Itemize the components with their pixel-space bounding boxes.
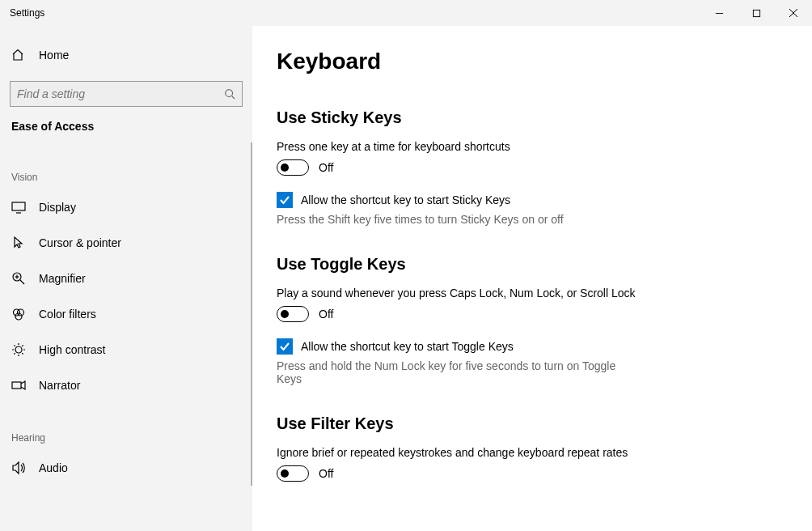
svg-line-23	[22, 345, 23, 346]
svg-point-13	[18, 309, 24, 316]
sidebar-item-cursor[interactable]: Cursor & pointer	[0, 225, 251, 261]
sidebar-item-label: Display	[39, 201, 76, 214]
sidebar-home-label: Home	[39, 49, 69, 62]
sticky-hint: Press the Shift key five times to turn S…	[277, 213, 632, 226]
close-icon	[789, 8, 798, 18]
audio-icon	[11, 461, 26, 475]
toggle-toggle-label: Off	[319, 308, 333, 321]
section-filter-heading: Use Filter Keys	[277, 414, 788, 433]
sticky-checkbox-row: Allow the shortcut key to start Sticky K…	[277, 192, 788, 208]
toggle-checkbox[interactable]	[277, 338, 293, 355]
check-icon	[279, 194, 290, 206]
svg-point-14	[15, 313, 22, 320]
toggle-knob	[281, 310, 289, 318]
sidebar-item-label: Narrator	[39, 379, 80, 392]
title-bar: Settings	[0, 0, 812, 26]
sticky-desc: Press one key at a time for keyboard sho…	[277, 140, 730, 153]
sidebar-category: Ease of Access	[0, 107, 252, 142]
sidebar-item-magnifier[interactable]: Magnifier	[0, 261, 251, 296]
svg-rect-24	[12, 382, 21, 389]
svg-point-4	[226, 90, 233, 97]
svg-point-15	[15, 346, 22, 353]
filter-toggle-row: Off	[277, 465, 788, 482]
section-label-hearing: Hearing	[0, 403, 251, 450]
sticky-toggle-row: Off	[277, 159, 788, 176]
filter-toggle-label: Off	[319, 467, 333, 480]
check-icon	[279, 341, 290, 352]
sidebar-item-high-contrast[interactable]: High contrast	[0, 332, 251, 367]
svg-line-9	[20, 280, 24, 284]
toggle-hint: Press and hold the Num Lock key for five…	[277, 359, 632, 385]
section-sticky-heading: Use Sticky Keys	[277, 108, 788, 127]
toggle-checkbox-row: Allow the shortcut key to start Toggle K…	[277, 338, 788, 355]
svg-line-5	[232, 96, 235, 100]
toggle-toggle-row: Off	[277, 306, 788, 322]
home-icon	[11, 49, 24, 62]
sidebar-item-label: Color filters	[39, 308, 96, 321]
search-box[interactable]	[10, 81, 243, 107]
svg-line-20	[14, 345, 15, 346]
sidebar-item-label: Magnifier	[39, 272, 86, 285]
sticky-toggle-label: Off	[319, 161, 333, 174]
close-button[interactable]	[775, 0, 812, 26]
sidebar-item-color-filters[interactable]: Color filters	[0, 296, 251, 332]
window-title: Settings	[0, 7, 44, 19]
sidebar-item-label: Cursor & pointer	[39, 236, 121, 249]
section-toggle-heading: Use Toggle Keys	[277, 255, 788, 274]
section-label-vision: Vision	[0, 142, 251, 189]
svg-rect-1	[753, 10, 759, 16]
sidebar-item-label: Audio	[39, 461, 68, 474]
content: Keyboard Use Sticky Keys Press one key a…	[252, 26, 812, 531]
sticky-toggle[interactable]	[277, 159, 309, 176]
sidebar-home[interactable]: Home	[0, 39, 252, 71]
color-filters-icon	[11, 307, 26, 321]
sidebar-item-label: High contrast	[39, 343, 105, 356]
sidebar-nav: Vision Display Cursor & pointer Magnifie…	[0, 142, 252, 486]
filter-desc: Ignore brief or repeated keystrokes and …	[277, 446, 730, 459]
cursor-icon	[11, 236, 26, 250]
maximize-icon	[752, 9, 761, 18]
toggle-knob	[281, 469, 289, 478]
sidebar-item-display[interactable]: Display	[0, 189, 251, 225]
sticky-checkbox-label: Allow the shortcut key to start Sticky K…	[301, 193, 510, 206]
display-icon	[11, 200, 26, 215]
sidebar-item-audio[interactable]: Audio	[0, 450, 251, 486]
svg-rect-6	[12, 202, 25, 210]
high-contrast-icon	[11, 342, 26, 357]
maximize-button[interactable]	[738, 0, 775, 26]
toggle-toggle[interactable]	[277, 306, 309, 322]
minimize-icon	[715, 9, 724, 18]
search-input[interactable]	[17, 87, 224, 100]
magnifier-icon	[11, 271, 26, 286]
sticky-checkbox[interactable]	[277, 192, 293, 208]
sidebar: Home Ease of Access Vision Display Curso…	[0, 26, 252, 531]
svg-line-22	[14, 353, 15, 355]
narrator-icon	[11, 378, 26, 393]
minimize-button[interactable]	[700, 0, 738, 26]
page-title: Keyboard	[277, 49, 788, 74]
toggle-desc: Play a sound whenever you press Caps Loc…	[277, 287, 730, 299]
toggle-checkbox-label: Allow the shortcut key to start Toggle K…	[301, 340, 514, 353]
svg-line-21	[22, 353, 23, 355]
filter-toggle[interactable]	[277, 465, 309, 482]
sidebar-item-narrator[interactable]: Narrator	[0, 367, 251, 403]
search-icon	[224, 88, 235, 100]
window-controls	[700, 0, 812, 26]
toggle-knob	[281, 164, 289, 172]
